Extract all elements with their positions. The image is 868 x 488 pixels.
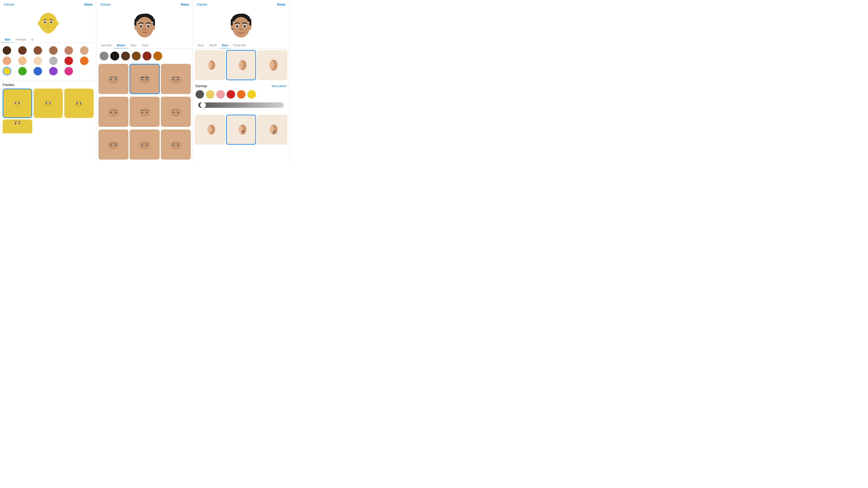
- skin-color-16[interactable]: [64, 67, 73, 75]
- tabs-row-3: Nose Mouth Ears Facial Hair: [193, 42, 289, 48]
- brow-color-0[interactable]: [100, 52, 108, 60]
- brow-style-0[interactable]: [98, 64, 129, 94]
- freckles-option-1[interactable]: [34, 89, 63, 118]
- cancel-button-1[interactable]: Cancel: [4, 3, 14, 6]
- earring-color-3[interactable]: [227, 90, 235, 99]
- brow-color-2[interactable]: [121, 52, 130, 60]
- freckles-option-2[interactable]: [64, 89, 94, 118]
- skin-color-5[interactable]: [80, 46, 89, 55]
- svg-point-41: [76, 104, 78, 105]
- tab-skin[interactable]: Skin: [2, 36, 13, 42]
- svg-point-131: [173, 144, 174, 145]
- svg-point-145: [241, 28, 243, 30]
- skin-color-8[interactable]: [34, 57, 42, 65]
- brow-style-2[interactable]: [161, 64, 191, 94]
- brow-color-3[interactable]: [132, 52, 141, 60]
- svg-point-22: [46, 103, 47, 104]
- freckles-option-0[interactable]: [3, 89, 32, 118]
- svg-rect-3: [45, 31, 51, 33]
- done-button-2[interactable]: Done: [181, 3, 189, 6]
- svg-point-40: [76, 105, 77, 106]
- skin-color-6[interactable]: [3, 57, 11, 65]
- svg-point-24: [46, 103, 47, 104]
- svg-point-117: [139, 141, 150, 150]
- brow-style-1[interactable]: [129, 64, 160, 94]
- tab-hairstyle-1[interactable]: Hairstyle: [13, 36, 29, 42]
- tab-brows-2[interactable]: Brows: [114, 42, 128, 48]
- svg-point-110: [108, 141, 119, 150]
- skin-color-14[interactable]: [34, 67, 42, 75]
- brow-style-5[interactable]: [161, 97, 191, 127]
- svg-point-89: [108, 108, 119, 117]
- skin-color-4[interactable]: [64, 46, 73, 55]
- brow-style-7[interactable]: [129, 129, 160, 160]
- earring-color-row: [195, 90, 286, 99]
- earring-color-2[interactable]: [216, 90, 225, 99]
- freckles-section: Freckles: [0, 82, 96, 135]
- earring-style-0[interactable]: [195, 115, 225, 145]
- tab-brows-1[interactable]: B: [29, 36, 36, 42]
- earring-color-5[interactable]: [247, 90, 256, 99]
- skin-color-11[interactable]: [80, 57, 89, 65]
- panel-skin-header: Cancel Done: [0, 0, 96, 8]
- earring-size-slider[interactable]: [198, 102, 284, 108]
- svg-point-144: [239, 28, 241, 30]
- earring-color-4[interactable]: [237, 90, 245, 99]
- svg-point-147: [208, 62, 212, 68]
- earring-color-0[interactable]: [195, 90, 204, 99]
- brow-style-8[interactable]: [161, 129, 191, 160]
- avatar-3: [228, 10, 253, 39]
- svg-point-18: [19, 103, 20, 104]
- svg-point-28: [46, 105, 47, 105]
- svg-point-19: [42, 98, 54, 110]
- tab-head-2[interactable]: Head: [139, 42, 151, 48]
- skin-color-0[interactable]: [3, 46, 11, 55]
- skin-color-7[interactable]: [18, 57, 27, 65]
- cancel-button-3[interactable]: Cancel: [197, 3, 207, 6]
- tab-hairstyle-2[interactable]: Hairstyle: [98, 42, 114, 48]
- svg-point-16: [19, 103, 20, 104]
- brow-color-4[interactable]: [143, 52, 151, 60]
- svg-point-122: [142, 144, 143, 145]
- freckles-label: Freckles: [3, 83, 94, 87]
- skin-color-1[interactable]: [18, 46, 27, 55]
- avatar-area-2: [96, 8, 193, 42]
- done-button-3[interactable]: Done: [277, 3, 285, 6]
- brow-style-3[interactable]: [98, 97, 129, 127]
- tab-nose-3[interactable]: Nose: [195, 42, 207, 48]
- tab-ears-3[interactable]: Ears: [219, 42, 230, 48]
- svg-point-49: [12, 120, 23, 126]
- cancel-button-2[interactable]: Cancel: [100, 3, 111, 6]
- svg-point-64: [143, 28, 145, 30]
- skin-color-13[interactable]: [18, 67, 27, 75]
- ear-style-1[interactable]: [226, 50, 256, 80]
- freckles-face-2: [72, 96, 86, 110]
- svg-point-37: [77, 103, 78, 104]
- ear-style-0[interactable]: [195, 50, 225, 80]
- skin-color-2[interactable]: [34, 46, 42, 55]
- skin-color-10[interactable]: [64, 57, 73, 65]
- svg-point-88: [178, 79, 179, 79]
- freckles-partial-0[interactable]: [3, 120, 32, 133]
- earring-style-2[interactable]: [257, 115, 287, 145]
- ear-style-2[interactable]: [257, 50, 287, 80]
- tab-facial-hair-3[interactable]: Facial Hair: [230, 42, 249, 48]
- brow-color-5[interactable]: [153, 52, 162, 60]
- svg-point-30: [50, 105, 51, 106]
- skin-color-12[interactable]: [3, 67, 11, 75]
- earring-style-1[interactable]: [226, 115, 256, 145]
- brow-style-4[interactable]: [129, 97, 160, 127]
- tab-mouth-3[interactable]: Mouth: [207, 42, 219, 48]
- brow-color-1[interactable]: [110, 52, 119, 60]
- svg-point-31: [51, 105, 52, 105]
- slider-thumb[interactable]: [200, 102, 206, 108]
- skin-color-9[interactable]: [49, 57, 58, 65]
- svg-point-8: [45, 21, 46, 22]
- earring-color-1[interactable]: [206, 90, 214, 99]
- skin-color-3[interactable]: [49, 46, 58, 55]
- skin-color-15[interactable]: [49, 67, 58, 75]
- done-button-1[interactable]: Done: [84, 3, 93, 6]
- mix-match-button[interactable]: Mix & Match: [272, 85, 286, 88]
- brow-style-6[interactable]: [98, 129, 129, 160]
- tab-eyes-2[interactable]: Eyes: [128, 42, 139, 48]
